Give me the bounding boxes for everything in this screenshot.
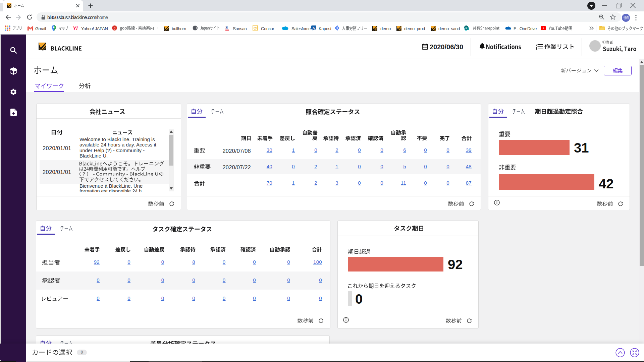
svg-text:S: S xyxy=(225,25,228,30)
svg-text:g: g xyxy=(114,26,116,30)
svg-text:K: K xyxy=(313,26,315,29)
svg-text:S: S xyxy=(465,27,467,30)
svg-text:C: C xyxy=(254,26,256,30)
